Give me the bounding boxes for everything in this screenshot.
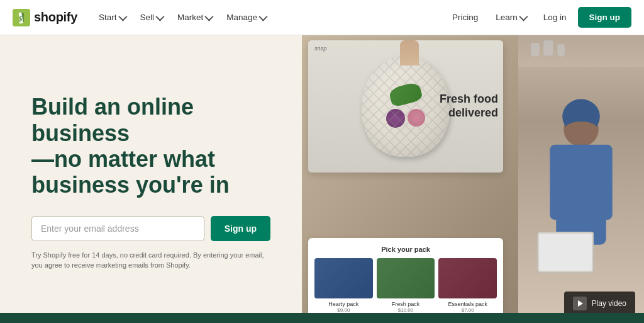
person-sim: [518, 35, 644, 323]
pick-your-pack-label: Pick your pack: [314, 246, 497, 253]
fresh-pack-price: $10.00: [377, 307, 435, 313]
hero-section: Build an online business —no matter what…: [0, 35, 302, 323]
person-image: [518, 35, 644, 323]
nav-links-right: Pricing Learn Log in Sign up: [446, 7, 631, 28]
nav-manage[interactable]: Manage: [220, 9, 272, 26]
person-silhouette: [518, 35, 644, 323]
pack-cards-section: Pick your pack Hearty pack $9.00 Fresh p…: [308, 238, 503, 318]
disclaimer-text: Try Shopify free for 14 days, no credit …: [31, 250, 270, 271]
main-content: Build an online business —no matter what…: [0, 35, 644, 323]
hearty-pack-image: [314, 258, 373, 298]
mesh-bag: [362, 56, 450, 157]
chevron-down-icon: [205, 12, 214, 21]
svg-point-6: [565, 122, 597, 134]
snap-brand-label: snap: [314, 45, 327, 52]
logo[interactable]: shopify: [13, 9, 77, 26]
hearty-pack-price: $9.00: [314, 307, 373, 313]
svg-rect-4: [597, 145, 613, 220]
chevron-down-icon: [258, 12, 267, 21]
hero-heading: Build an online business —no matter what…: [31, 94, 270, 198]
play-video-label: Play video: [592, 299, 626, 308]
fresh-pack-label: Fresh pack: [377, 301, 435, 307]
nav-learn-link[interactable]: Learn: [489, 9, 532, 26]
chevron-down-icon: [519, 12, 528, 21]
fresh-food-card: snap Fresh food delivered: [308, 40, 503, 173]
nav-market[interactable]: Market: [171, 9, 218, 26]
chevron-down-icon: [155, 12, 164, 21]
svg-rect-8: [539, 234, 592, 271]
nav-start[interactable]: Start: [92, 9, 131, 26]
play-triangle-icon: [578, 300, 583, 307]
essentials-pack-label: Essentials pack: [438, 301, 497, 307]
essentials-pack-price: $7.00: [438, 307, 497, 313]
nav-login-link[interactable]: Log in: [537, 9, 573, 26]
hearty-pack-label: Hearty pack: [314, 301, 373, 307]
tablet-icon: [537, 232, 594, 273]
shopify-logo-icon: [13, 9, 30, 26]
nav-links-left: Start Sell Market Manage: [92, 9, 446, 26]
hero-visual: snap Fresh food delivered Pick your pack…: [302, 35, 644, 323]
hero-signup-button[interactable]: Sign up: [211, 216, 270, 241]
pack-items-list: Hearty pack $9.00 Fresh pack $10.00 Esse…: [314, 258, 497, 313]
pack-item-essentials[interactable]: Essentials pack $7.00: [438, 258, 497, 313]
email-input[interactable]: [31, 216, 204, 241]
pack-item-hearty[interactable]: Hearty pack $9.00: [314, 258, 373, 313]
fresh-food-title: Fresh food delivered: [440, 93, 498, 120]
play-icon: [573, 297, 587, 310]
bag-net-texture: [362, 56, 450, 157]
navigation: shopify Start Sell Market Manage Pricing…: [0, 0, 644, 35]
nav-sell[interactable]: Sell: [134, 9, 169, 26]
bag-visual: snap Fresh food delivered: [308, 40, 503, 173]
logo-text: shopify: [34, 10, 77, 25]
play-video-button[interactable]: Play video: [564, 292, 635, 315]
hand-visual: [400, 40, 419, 65]
svg-rect-3: [550, 145, 565, 220]
fresh-pack-image: [377, 258, 435, 298]
bottom-strip: [0, 313, 644, 323]
nav-pricing-link[interactable]: Pricing: [446, 9, 484, 26]
email-signup-row: Sign up: [31, 216, 270, 241]
pack-item-fresh[interactable]: Fresh pack $10.00: [377, 258, 435, 313]
nav-signup-button[interactable]: Sign up: [578, 7, 632, 28]
essentials-pack-image: [438, 258, 497, 298]
chevron-down-icon: [118, 12, 127, 21]
fresh-food-overlay: Fresh food delivered: [440, 93, 498, 120]
